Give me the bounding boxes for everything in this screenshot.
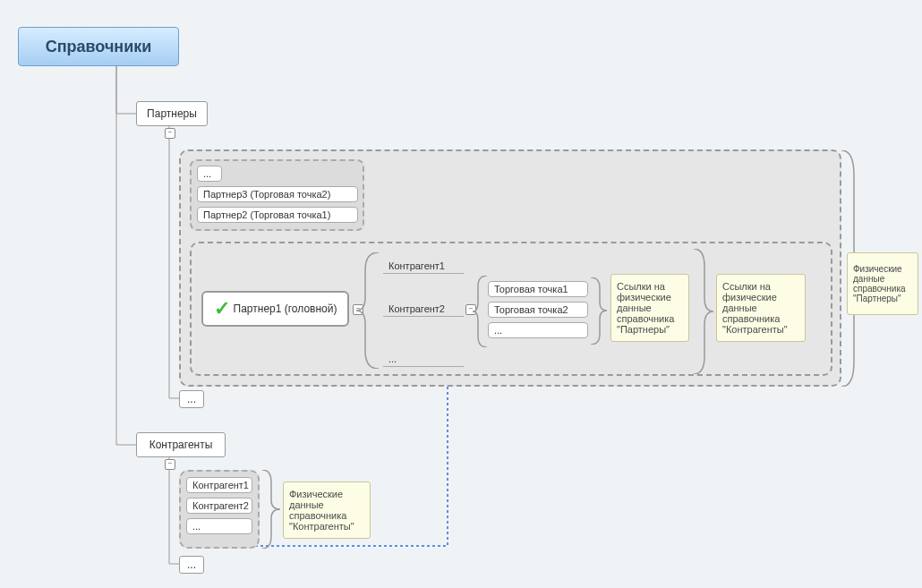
shop-item-2: Торговая точка2 [488,302,588,318]
tree-more-counterparties: ... [179,556,204,574]
inner-contragent-1: Контрагент1 [383,258,464,274]
note-partners-phys: Физические данные справочника "Партнеры" [847,252,918,315]
title-box: Справочники [18,27,179,66]
shop-item-more: ... [488,322,588,338]
tree-node-partners[interactable]: Партнеры [136,101,208,126]
collapse-toggle-counterparties[interactable]: − [165,459,175,470]
tree-more-partners: ... [179,390,204,408]
tree-node-counterparties[interactable]: Контрагенты [136,432,226,457]
inner-contragent-2: Контрагент2 [383,301,464,317]
collapse-toggle-contragent2[interactable]: − [465,304,476,315]
partners-label: Партнеры [147,107,197,120]
collapse-toggle-partner1[interactable]: − [353,304,363,315]
check-icon: ✓ [214,297,230,320]
main-partner-box: ✓ Партнер1 (головной) [201,291,349,327]
title-text: Справочники [46,38,152,56]
note-partners-links: Ссылки на физические данные справочника … [610,274,689,342]
brace-icon [262,470,280,549]
diagram-canvas: Справочники Партнеры − Контрагенты − ...… [0,0,922,588]
partner-item-2: Партнер2 (Торговая точка1) [197,207,358,223]
note-counterparties-links: Ссылки на физические данные справочника … [716,274,806,342]
main-partner-label: Партнер1 (головной) [234,303,337,315]
collapse-toggle-partners[interactable]: − [165,128,175,139]
note-counterparties-phys: Физические данные справочника "Контраген… [283,481,371,539]
partners-list-more: ... [197,166,222,182]
counterparty-item-1: Контрагент1 [186,477,252,493]
counterparty-item-2: Контрагент2 [186,498,252,514]
inner-contragent-more: ... [383,351,464,367]
counterparties-label: Контрагенты [149,439,213,451]
shop-item-1: Торговая точка1 [488,281,588,297]
counterparty-item-more: ... [186,518,252,534]
partner-item-3: Партнер3 (Торговая точка2) [197,186,358,202]
